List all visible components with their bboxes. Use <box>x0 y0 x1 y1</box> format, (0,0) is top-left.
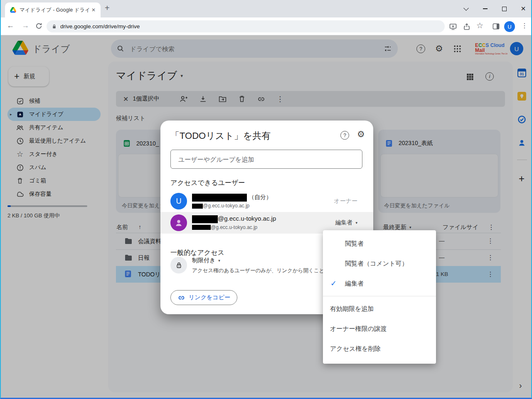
url-text: drive.google.com/drive/my-drive <box>60 23 140 30</box>
menu-item-remove-access[interactable]: アクセス権を削除 <box>323 339 436 359</box>
role-menu: 閲覧者 閲覧者（コメント可） ✓ 編集者 有効期限を追加 オーナー権限の譲渡 ア… <box>323 230 436 364</box>
role-dropdown[interactable]: 編集者 ▾ <box>335 219 357 227</box>
install-icon[interactable] <box>449 22 457 31</box>
reload-icon[interactable] <box>35 22 43 30</box>
dialog-help-icon[interactable]: ? <box>340 131 349 140</box>
chevron-down-icon: ▾ <box>355 221 357 225</box>
copy-link-button[interactable]: リンクをコピー <box>170 290 237 305</box>
menu-item-commenter[interactable]: 閲覧者（コメント可） <box>323 254 436 273</box>
user-row-owner[interactable]: U （自分） @g.ecc.u-tokyo.ac.jp オーナー <box>160 190 373 212</box>
general-access-label: 一般的なアクセス <box>170 249 224 257</box>
lock-icon <box>52 24 57 30</box>
dialog-settings-icon[interactable]: ⚙ <box>357 129 365 139</box>
drive-favicon <box>10 7 16 13</box>
owner-role-label: オーナー <box>334 197 357 205</box>
address-bar[interactable]: drive.google.com/drive/my-drive <box>47 20 445 32</box>
lock-icon <box>170 257 187 273</box>
avatar <box>170 214 187 231</box>
chevron-down-icon: ▾ <box>218 259 220 263</box>
side-panel-icon[interactable] <box>492 22 500 30</box>
redacted-email <box>192 204 203 209</box>
browser-titlebar: マイドライブ - Google ドライブ ✕ + ✕ <box>1 0 531 17</box>
browser-tab[interactable]: マイドライブ - Google ドライブ ✕ <box>5 2 101 17</box>
redacted-name <box>192 215 218 223</box>
bookmark-star-icon[interactable]: ☆ <box>476 21 483 30</box>
dialog-title: 「TODOリスト」を共有 <box>170 130 271 142</box>
tab-close-icon[interactable]: ✕ <box>90 6 97 14</box>
back-icon[interactable]: ← <box>7 21 14 30</box>
window-close-button[interactable]: ✕ <box>514 0 532 17</box>
share-icon[interactable] <box>463 22 471 31</box>
browser-window: マイドライブ - Google ドライブ ✕ + ✕ ← → drive.goo… <box>0 0 532 399</box>
window-maximize-button[interactable] <box>495 0 514 17</box>
people-with-access-label: アクセスできるユーザー <box>170 179 245 187</box>
menu-item-add-expiration[interactable]: 有効期限を追加 <box>323 299 436 319</box>
forward-icon[interactable]: → <box>22 21 29 30</box>
window-minimize-button[interactable] <box>475 0 495 17</box>
new-tab-button[interactable]: + <box>105 3 110 13</box>
avatar: U <box>170 193 187 209</box>
check-icon: ✓ <box>330 279 337 288</box>
link-icon <box>177 294 185 302</box>
redacted-email <box>192 225 211 230</box>
browser-toolbar: ← → drive.google.com/drive/my-drive ☆ U … <box>1 17 531 35</box>
menu-item-editor-checked[interactable]: ✓ 編集者 <box>323 273 436 293</box>
add-people-input[interactable] <box>170 150 362 169</box>
redacted-name <box>192 194 247 202</box>
window-chevron-icon[interactable] <box>456 0 475 17</box>
tab-title: マイドライブ - Google ドライブ <box>20 7 90 14</box>
browser-menu-icon[interactable]: ⋮ <box>521 22 528 30</box>
menu-item-transfer-ownership[interactable]: オーナー権限の譲渡 <box>323 319 436 339</box>
menu-item-viewer[interactable]: 閲覧者 <box>323 234 436 254</box>
browser-avatar[interactable]: U <box>504 21 515 32</box>
divider <box>323 296 436 296</box>
